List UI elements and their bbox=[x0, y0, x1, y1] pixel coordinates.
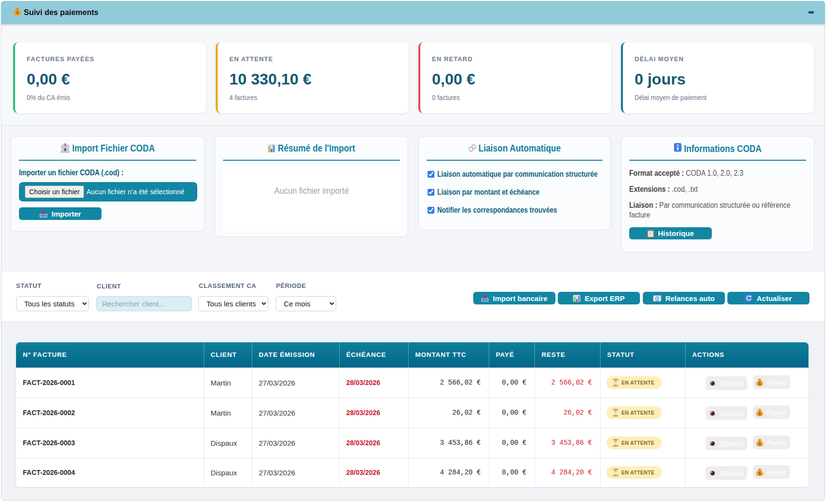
svg-text:@: @ bbox=[655, 296, 660, 301]
svg-text:$: $ bbox=[758, 441, 761, 446]
svg-text:$: $ bbox=[758, 471, 761, 476]
svg-text:$: $ bbox=[758, 381, 761, 386]
svg-text:$: $ bbox=[64, 144, 66, 147]
svg-text:$: $ bbox=[758, 411, 761, 416]
svg-text:$: $ bbox=[17, 10, 19, 15]
